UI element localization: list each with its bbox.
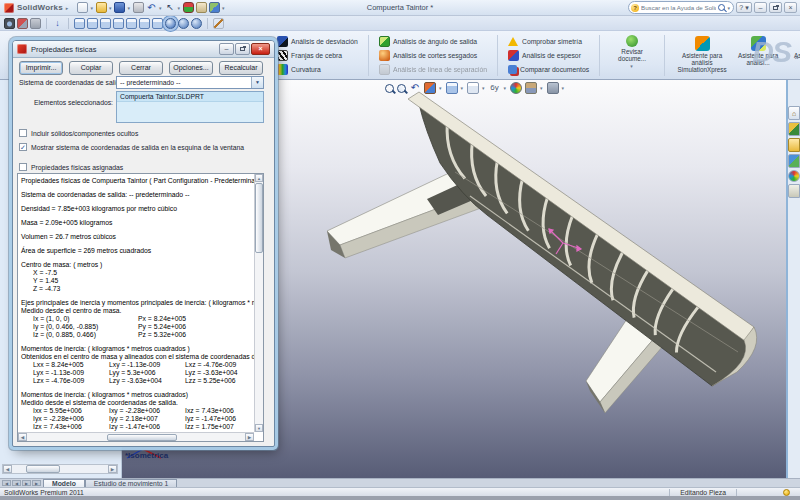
print-icon[interactable] <box>133 2 144 13</box>
ribbon-item-an-lisis-de-ngulo-de-salida[interactable]: Análisis de ángulo de salida <box>379 35 487 48</box>
dropdown-arrow-icon[interactable]: ▾ <box>127 5 130 11</box>
ribbon-item-comparar-documentos[interactable]: Comparar documentos <box>508 63 589 76</box>
scroll-down-icon[interactable]: ▼ <box>255 424 263 432</box>
view-left-icon[interactable] <box>100 18 111 29</box>
shaded-icon[interactable] <box>178 18 189 29</box>
restore-button[interactable] <box>769 2 782 13</box>
capture-3d-view-icon[interactable] <box>30 18 41 29</box>
report-vscrollbar[interactable]: ▲ ▼ <box>254 174 263 432</box>
close-button[interactable]: × <box>784 2 797 13</box>
help-button[interactable]: ? ▾ <box>736 2 752 13</box>
review-document-button[interactable]: Revisar docume...▾ <box>610 35 654 69</box>
tab-nav-icon[interactable]: ◀ <box>12 480 21 486</box>
solidworks-resources-tab[interactable]: ⌂ <box>788 106 800 120</box>
custom-properties-tab[interactable] <box>788 184 800 198</box>
scroll-right-icon[interactable]: ▶ <box>108 465 117 473</box>
dropdown-arrow-icon[interactable]: ▾ <box>562 85 565 91</box>
selected-item[interactable]: Compuerta Taintor.SLDPRT <box>117 92 263 102</box>
checkbox-checked-icon[interactable]: ✓ <box>19 143 27 151</box>
display-style-icon[interactable] <box>467 82 479 94</box>
ribbon-item-curvatura[interactable]: Curvatura <box>277 63 358 76</box>
scroll-left-icon[interactable]: ◀ <box>3 465 12 473</box>
selected-items-listbox[interactable]: Compuerta Taintor.SLDPRT <box>116 91 264 123</box>
appearances-tab[interactable] <box>788 170 800 182</box>
ribbon-item-an-lisis-de-espesor[interactable]: Análisis de espesor <box>508 49 589 62</box>
view-back-icon[interactable] <box>87 18 98 29</box>
undo-icon[interactable]: ↶ <box>146 2 157 13</box>
search-input[interactable]: Buscar en la Ayuda de SolidWorks <box>641 4 716 11</box>
dialog-minimize-button[interactable]: – <box>219 43 234 55</box>
new-document-icon[interactable] <box>77 2 88 13</box>
recalcular-button[interactable]: Recalcular <box>219 61 263 75</box>
view-isometric-icon[interactable] <box>152 18 163 29</box>
opciones-button[interactable]: Opciones... <box>169 61 213 75</box>
cerrar-button[interactable]: Cerrar <box>119 61 163 75</box>
ribbon-item-comprobar-simetr-a[interactable]: Comprobar simetría <box>508 35 589 48</box>
chevron-down-icon[interactable]: ▼ <box>251 77 263 88</box>
view-right-icon[interactable] <box>113 18 124 29</box>
dropdown-arrow-icon[interactable]: ▾ <box>482 85 485 91</box>
scroll-right-icon[interactable]: ▶ <box>245 433 254 441</box>
record-video-icon[interactable] <box>17 18 28 29</box>
display-settings-icon[interactable] <box>209 2 220 13</box>
screen-capture-icon[interactable] <box>4 18 15 29</box>
tab-estudio-de-movimiento-1[interactable]: Estudio de movimiento 1 <box>85 479 177 487</box>
scroll-left-icon[interactable]: ◀ <box>18 433 27 441</box>
scroll-thumb[interactable] <box>107 434 177 441</box>
quick-tips-icon[interactable] <box>783 489 790 496</box>
previous-view-icon[interactable]: ↶ <box>409 82 421 94</box>
hide-show-items-icon[interactable]: 6y <box>489 82 501 94</box>
feature-panel-hscrollbar[interactable]: ◀ ▶ <box>2 464 118 474</box>
dropdown-arrow-icon[interactable]: ▾ <box>90 5 93 11</box>
shaded-with-edges-icon[interactable] <box>165 18 176 29</box>
dropdown-arrow-icon[interactable]: ▾ <box>439 85 442 91</box>
options-icon[interactable] <box>196 2 207 13</box>
design-library-tab[interactable] <box>788 122 800 136</box>
checkbox-icon[interactable] <box>19 129 27 137</box>
dropdown-arrow-icon[interactable]: ▾ <box>630 63 633 69</box>
dropdown-arrow-icon[interactable]: ▾ <box>109 5 112 11</box>
search-icon[interactable] <box>718 4 725 11</box>
view-palette-tab[interactable] <box>788 154 800 168</box>
view-orientation-icon[interactable] <box>446 82 458 94</box>
dropdown-arrow-icon[interactable]: ▾ <box>540 85 543 91</box>
report-hscrollbar[interactable]: ◀ ▶ <box>18 432 254 441</box>
checkbox-icon[interactable] <box>19 163 27 171</box>
ribbon-item-franjas-de-cebra[interactable]: Franjas de cebra <box>277 49 358 62</box>
dropdown-arrow-icon[interactable]: ▾ <box>177 5 180 11</box>
help-search-box[interactable]: ? Buscar en la Ayuda de SolidWorks ▾ <box>628 1 734 14</box>
imprimir-button[interactable]: Imprimir... <box>19 61 63 75</box>
rebuild-icon[interactable] <box>183 2 194 13</box>
copiar-button[interactable]: Copiar <box>69 61 113 75</box>
view-front-icon[interactable] <box>74 18 85 29</box>
zoom-to-area-icon[interactable] <box>397 84 406 93</box>
dropdown-arrow-icon[interactable]: ▾ <box>222 5 225 11</box>
scroll-thumb[interactable] <box>26 465 60 473</box>
dialog-title-bar[interactable]: Propiedades físicas – × <box>13 41 274 58</box>
apply-scene-icon[interactable] <box>525 82 537 94</box>
ribbon-item-an-lisis-de-desviaci-n[interactable]: Análisis de desviación <box>277 35 358 48</box>
tab-nav-icon[interactable]: ◀ <box>2 480 11 486</box>
ribbon-item-an-lisis-de-cortes-sesgados[interactable]: Análisis de cortes sesgados <box>379 49 487 62</box>
search-dropdown-icon[interactable]: ▾ <box>727 5 730 11</box>
dropdown-arrow-icon[interactable]: ▾ <box>461 85 464 91</box>
tab-nav-icon[interactable]: ▶ <box>22 480 31 486</box>
scroll-up-icon[interactable]: ▲ <box>255 174 263 182</box>
tab-modelo[interactable]: Modelo <box>43 479 85 487</box>
tab-nav-icon[interactable]: ▶ <box>32 480 41 486</box>
dropdown-arrow-icon[interactable]: ▾ <box>159 5 162 11</box>
assistant-button[interactable]: Asistente para análisis SimulationXpress <box>675 35 729 74</box>
coordinate-system-combo[interactable]: -- predeterminado -- ▼ <box>116 76 264 89</box>
wireframe-icon[interactable] <box>191 18 202 29</box>
edit-appearance-icon[interactable] <box>510 82 522 94</box>
dropdown-arrow-icon[interactable]: ▾ <box>504 85 507 91</box>
dialog-maximize-button[interactable] <box>235 43 250 55</box>
view-origins-icon[interactable]: ↓ <box>52 18 63 29</box>
scroll-thumb[interactable] <box>255 183 263 253</box>
file-explorer-tab[interactable] <box>788 138 800 152</box>
menu-expand-icon[interactable]: ▸ <box>66 5 69 11</box>
view-top-icon[interactable] <box>126 18 137 29</box>
ribbon-overflow-icon[interactable]: » <box>795 53 799 62</box>
view-settings-icon[interactable] <box>547 82 559 94</box>
open-icon[interactable] <box>96 2 107 13</box>
